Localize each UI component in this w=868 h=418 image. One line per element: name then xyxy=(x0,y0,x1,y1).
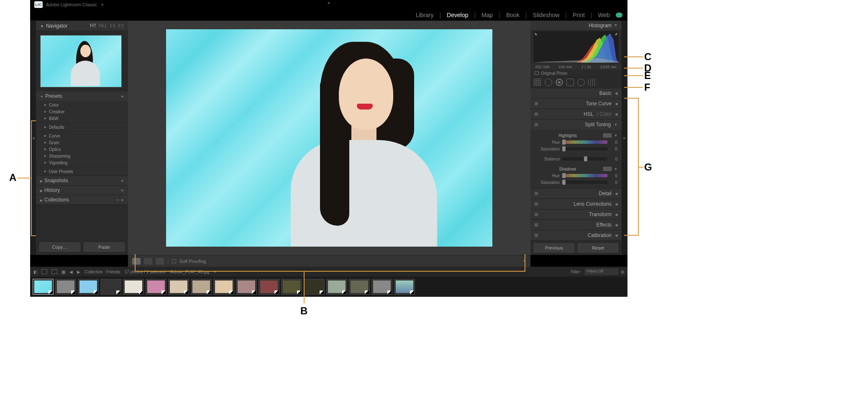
right-collapse-icon[interactable]: ▶ xyxy=(622,21,627,255)
calibration-panel-header[interactable]: Calibration◀ xyxy=(530,230,622,240)
navigator-preview[interactable] xyxy=(40,35,122,87)
preset-group[interactable]: ▶Creative xyxy=(36,108,128,115)
filter-lock-icon[interactable]: ⊞ xyxy=(621,270,624,274)
redeye-tool-icon[interactable] xyxy=(556,79,563,86)
reset-button[interactable]: Reset xyxy=(578,243,618,252)
second-window-icon[interactable]: ◧ xyxy=(33,270,37,274)
filename-dropdown-icon[interactable]: ▼ xyxy=(213,270,217,274)
crop-tool-icon[interactable] xyxy=(534,79,541,86)
filter-select[interactable]: Filters Off xyxy=(585,269,618,275)
preset-group[interactable]: ▶Vignetting xyxy=(36,159,128,166)
histogram-display[interactable]: ◣ ◢ xyxy=(533,31,619,63)
filmstrip-thumb[interactable] xyxy=(259,279,279,295)
zoom-fill[interactable]: FILL xyxy=(99,23,107,28)
zoom-3to1[interactable]: 3:1 xyxy=(118,23,124,28)
filmstrip-thumb[interactable] xyxy=(146,279,166,295)
filmstrip-thumb[interactable] xyxy=(281,279,302,295)
cloud-sync-icon[interactable] xyxy=(616,13,622,18)
split-toning-header[interactable]: Split Toning▼ xyxy=(530,120,622,130)
preset-group[interactable]: ▶Curve xyxy=(36,133,128,139)
previous-button[interactable]: Previous xyxy=(534,243,574,252)
preset-group[interactable]: ▶Grain xyxy=(36,139,128,146)
basic-panel-header[interactable]: Basic◀ xyxy=(530,88,622,98)
zoom-1to1[interactable]: 1:1 xyxy=(110,23,115,28)
shadow-clip-icon[interactable]: ◣ xyxy=(535,32,538,36)
clear-history-icon[interactable]: × xyxy=(120,187,124,194)
soft-proof-checkbox[interactable] xyxy=(172,259,176,263)
grid-view-icon[interactable]: ▦ xyxy=(61,270,65,274)
lens-panel-header[interactable]: Lens Corrections◀ xyxy=(530,199,622,209)
transform-panel-header[interactable]: Transform◀ xyxy=(530,209,622,219)
presets-header[interactable]: ▼Presets+ xyxy=(36,92,128,101)
nav-web[interactable]: Web xyxy=(598,12,610,18)
filmstrip-thumb[interactable] xyxy=(123,279,144,295)
filmstrip-thumb[interactable] xyxy=(78,279,99,295)
filmstrip-thumb[interactable] xyxy=(349,279,370,295)
next-photo-icon[interactable]: ▶ xyxy=(77,270,80,274)
navigator-header[interactable]: ▼Navigator FIT FILL 1:1 3:1 xyxy=(36,21,128,31)
preset-group[interactable]: ▶User Presets xyxy=(36,168,128,175)
nav-map[interactable]: Map xyxy=(481,12,493,18)
filmstrip-thumb[interactable] xyxy=(55,279,76,295)
filmstrip[interactable] xyxy=(30,277,627,297)
shadows-swatch[interactable] xyxy=(603,167,612,171)
before-after-tb-icon[interactable] xyxy=(156,258,164,265)
highlights-hue-slider[interactable] xyxy=(562,140,607,144)
nav-develop[interactable]: Develop xyxy=(447,12,468,18)
second-window-toggle[interactable] xyxy=(51,269,57,274)
shadows-dropdown-icon[interactable]: ▼ xyxy=(614,167,617,171)
before-after-lr-icon[interactable] xyxy=(144,258,152,265)
detail-panel-header[interactable]: Detail◀ xyxy=(530,189,622,199)
effects-panel-header[interactable]: Effects◀ xyxy=(530,220,622,230)
filename[interactable]: /Adobe_PLAY_46.jpg xyxy=(169,270,209,274)
highlights-sat-slider[interactable] xyxy=(562,147,607,150)
filmstrip-thumb[interactable] xyxy=(304,279,325,295)
original-photo-toggle[interactable]: Original Photo xyxy=(530,70,622,77)
balance-slider[interactable] xyxy=(562,157,607,161)
highlights-dropdown-icon[interactable]: ▼ xyxy=(614,134,617,138)
collection-path[interactable]: Collection : Friends xyxy=(84,270,120,274)
image-canvas[interactable] xyxy=(128,21,530,255)
snapshots-header[interactable]: ▶Snapshots+ xyxy=(36,176,128,185)
prev-photo-icon[interactable]: ◀ xyxy=(69,270,73,274)
tonecurve-panel-header[interactable]: Tone Curve◀ xyxy=(530,99,622,109)
filmstrip-thumb[interactable] xyxy=(236,279,257,295)
main-window-icon[interactable] xyxy=(41,269,47,274)
paste-button[interactable]: Paste xyxy=(84,242,125,252)
collections-header[interactable]: ▶Collections− + xyxy=(36,195,128,204)
nav-book[interactable]: Book xyxy=(506,12,520,18)
preset-group[interactable]: ▶Optics xyxy=(36,146,128,153)
checkbox-icon[interactable] xyxy=(535,71,539,75)
add-collection-icon[interactable]: + xyxy=(120,197,124,203)
user-dropdown-icon[interactable]: ▾ xyxy=(101,2,104,8)
preset-group[interactable]: ▶B&W xyxy=(36,115,128,122)
hsl-panel-header[interactable]: HSL/ Color◀ xyxy=(530,109,622,119)
copy-button[interactable]: Copy… xyxy=(39,242,80,252)
preset-group[interactable]: ▶Defaults xyxy=(36,124,128,130)
shadows-hue-slider[interactable] xyxy=(562,174,607,177)
shadows-sat-slider[interactable] xyxy=(562,181,607,184)
nav-slideshow[interactable]: Slideshow xyxy=(533,12,560,18)
filmstrip-thumb[interactable] xyxy=(33,279,54,295)
filmstrip-thumb[interactable] xyxy=(100,279,121,295)
highlight-clip-icon[interactable]: ◢ xyxy=(615,32,617,36)
nav-print[interactable]: Print xyxy=(573,12,585,18)
preset-group[interactable]: ▶Color xyxy=(36,102,128,108)
histogram-header[interactable]: Histogram▼ xyxy=(530,21,622,30)
filmstrip-thumb[interactable] xyxy=(371,279,392,295)
zoom-fit[interactable]: FIT xyxy=(90,23,96,28)
add-snapshot-icon[interactable]: + xyxy=(120,178,124,184)
preset-group[interactable]: ▶Sharpening xyxy=(36,153,128,159)
radial-tool-icon[interactable] xyxy=(577,79,585,86)
window-handle[interactable]: ▲ xyxy=(327,0,331,5)
history-header[interactable]: ▶History× xyxy=(36,186,128,195)
filmstrip-thumb[interactable] xyxy=(191,279,212,295)
filmstrip-thumb[interactable] xyxy=(394,279,415,295)
filmstrip-thumb[interactable] xyxy=(213,279,234,295)
loupe-view-icon[interactable] xyxy=(132,258,141,265)
highlights-swatch[interactable] xyxy=(603,133,612,138)
add-preset-icon[interactable]: + xyxy=(120,93,124,99)
gradient-tool-icon[interactable] xyxy=(566,79,574,86)
remove-collection-icon[interactable]: − xyxy=(116,197,119,203)
brush-tool-icon[interactable] xyxy=(588,79,596,86)
